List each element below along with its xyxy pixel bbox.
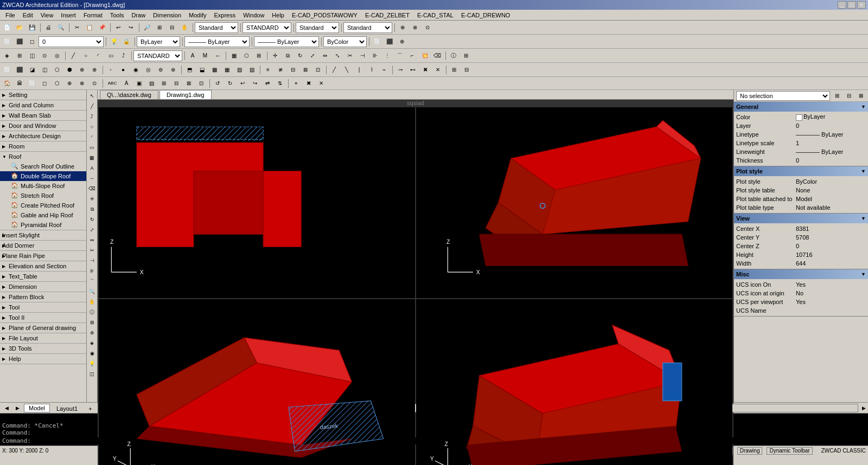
lt-trim[interactable]: ✂ — [87, 246, 97, 255]
panel-section-header-misc[interactable]: Misc ▼ — [734, 269, 868, 279]
tb3-offset[interactable]: ⊪ — [369, 50, 381, 62]
title-controls[interactable]: _ □ × — [838, 1, 866, 9]
tb5-2[interactable]: 🏛 — [14, 78, 25, 89]
menu-ecad-zelbet[interactable]: E-CAD_ZELBET — [362, 11, 413, 20]
tb3-extend[interactable]: ⊣ — [356, 50, 368, 62]
tb4-24[interactable]: ⊠ — [299, 64, 311, 76]
tb3-scale[interactable]: ⤢ — [307, 50, 318, 62]
tb-standard-select[interactable]: Standard — [296, 22, 339, 33]
lt-circle[interactable]: ○ — [87, 122, 97, 132]
viewport-top-left[interactable]: Z X — [99, 107, 415, 298]
tb3-line[interactable]: ╱ — [67, 50, 79, 62]
tb-standard-style[interactable]: STANDARD — [133, 50, 182, 61]
sidebar-group-header-3dtools[interactable]: 3D Tools — [0, 344, 86, 353]
tb-zoom-prev[interactable]: ⊟ — [166, 22, 178, 34]
panel-section-header-plot[interactable]: Plot style ▼ — [734, 166, 868, 176]
tb4-21[interactable]: ≡ — [262, 64, 274, 76]
lt-scale[interactable]: ⤢ — [87, 225, 97, 235]
sidebar-group-header-pattern[interactable]: Pattern Block — [0, 292, 86, 302]
tb-undo[interactable]: ↩ — [112, 22, 124, 34]
tab-next[interactable]: ▶ — [13, 404, 22, 412]
tab-daszek[interactable]: Q\...\daszek.dwg — [100, 90, 158, 99]
tb4-35[interactable]: ⊞ — [448, 64, 460, 76]
tb2-layer-off[interactable]: 🔒 — [120, 36, 132, 48]
tb4-4[interactable]: ◫ — [39, 64, 50, 76]
tb3-erase[interactable]: ⌫ — [431, 50, 443, 62]
tb-new[interactable]: 📄 — [1, 22, 13, 34]
tb5-3[interactable]: ⬜ — [26, 78, 38, 89]
status-dynamic[interactable]: Dynamic Toolbar — [767, 447, 812, 455]
tb-misc-3[interactable]: ⊙ — [422, 22, 433, 34]
tb-zoom-win[interactable]: 🔎 — [141, 22, 153, 34]
lt-arc[interactable]: ◜ — [87, 132, 97, 142]
tb3-explode[interactable]: 💥 — [419, 50, 431, 62]
tb5-10[interactable]: ▣ — [133, 78, 145, 89]
menu-dimension[interactable]: Dimension — [150, 11, 184, 20]
tb4-1[interactable]: ⬜ — [1, 64, 13, 76]
tb3-polyline[interactable]: ⤴ — [117, 50, 129, 62]
sidebar-group-header-rainpipe[interactable]: Plane Rain Pipe — [0, 251, 86, 261]
lt-material[interactable]: ◫ — [87, 369, 97, 379]
tb5-8[interactable]: ⊙ — [88, 78, 100, 89]
tb3-copy2[interactable]: ⧉ — [282, 50, 293, 62]
tb3-mirror[interactable]: ⇔ — [319, 50, 331, 62]
tb-open[interactable]: 📂 — [14, 22, 25, 34]
menu-ecad-stal[interactable]: E-CAD_STAL — [414, 11, 457, 20]
tb4-15[interactable]: ⬒ — [183, 64, 195, 76]
tb5-21[interactable]: ⇅ — [274, 78, 286, 89]
tb-layer-0[interactable]: 0 — [39, 36, 104, 47]
tb-color-select[interactable]: ByColor — [323, 36, 367, 47]
tb-copy[interactable]: 📋 — [84, 22, 95, 34]
viewport-bottom-left[interactable]: daszek Z X Y — [99, 299, 415, 465]
tb3-insert[interactable]: ⊞ — [253, 50, 265, 62]
tb3-dim[interactable]: ↔ — [212, 50, 224, 62]
tab-prev[interactable]: ◀ — [2, 404, 11, 412]
lt-copy[interactable]: ⧉ — [87, 204, 97, 214]
minimize-btn[interactable]: _ — [838, 1, 846, 9]
tb-standard-select-2[interactable]: Standard — [343, 22, 392, 33]
lt-pan[interactable]: ✋ — [87, 297, 97, 307]
tab-layout-plus[interactable]: + — [84, 405, 96, 412]
sidebar-group-header-tool[interactable]: Tool — [0, 302, 86, 312]
tb3-layer[interactable]: ⊞ — [460, 50, 472, 62]
lt-rect[interactable]: ▭ — [87, 143, 97, 152]
lt-line[interactable]: ╱ — [87, 101, 97, 111]
lt-3d-orbit[interactable]: ⊛ — [87, 328, 97, 338]
tb5-9[interactable]: A — [120, 78, 132, 89]
panel-btn-1[interactable]: ⊞ — [832, 91, 842, 101]
tb5-23[interactable]: ✖ — [303, 78, 315, 89]
tb-style-select[interactable]: STANDARD — [242, 22, 291, 33]
tb3-mtext[interactable]: M — [199, 50, 211, 62]
tb3-polar[interactable]: ⊙ — [39, 50, 50, 62]
panel-section-header-view[interactable]: View ▼ — [734, 214, 868, 223]
menu-view[interactable]: View — [37, 11, 57, 20]
tb-lineweight-select[interactable]: ——— ByLayer — [254, 36, 319, 47]
sidebar-group-header-help[interactable]: Help — [0, 354, 86, 364]
lt-move[interactable]: ✛ — [87, 194, 97, 204]
tb3-props[interactable]: ⓘ — [448, 50, 459, 62]
viewport-top-right[interactable]: Z X — [416, 107, 732, 298]
lt-erase[interactable]: ⌫ — [87, 184, 97, 193]
tb3-block[interactable]: ⬡ — [240, 50, 252, 62]
sidebar-group-header-room[interactable]: Room — [0, 141, 86, 151]
scroll-right[interactable]: ▶ — [859, 404, 868, 412]
sidebar-group-header-text[interactable]: Text_Table — [0, 272, 86, 281]
lt-select[interactable]: ↖ — [87, 91, 97, 101]
tb4-17[interactable]: ▩ — [208, 64, 220, 76]
tb3-text[interactable]: A — [187, 50, 199, 62]
tb4-delete[interactable]: ✖ — [419, 64, 431, 76]
panel-btn-2[interactable]: ⊟ — [844, 91, 854, 101]
tb4-5[interactable]: ⬡ — [51, 64, 63, 76]
tb5-19[interactable]: ↪ — [249, 78, 261, 89]
tab-model[interactable]: Model — [24, 404, 50, 412]
tb-preview[interactable]: 🔍 — [55, 22, 67, 34]
tb4-32[interactable]: ⊷ — [407, 64, 419, 76]
sidebar-group-header-tool2[interactable]: Tool II — [0, 313, 86, 322]
lt-layer[interactable]: ⊞ — [87, 318, 97, 327]
tb4-13[interactable]: ⊚ — [155, 64, 167, 76]
tb5-17[interactable]: ↻ — [224, 78, 236, 89]
tb-misc-2[interactable]: ⊗ — [409, 22, 421, 34]
tb-paste[interactable]: 📌 — [96, 22, 108, 34]
tb5-22[interactable]: ⌖ — [290, 78, 302, 89]
tb2-layer-on[interactable]: 💡 — [108, 36, 120, 48]
